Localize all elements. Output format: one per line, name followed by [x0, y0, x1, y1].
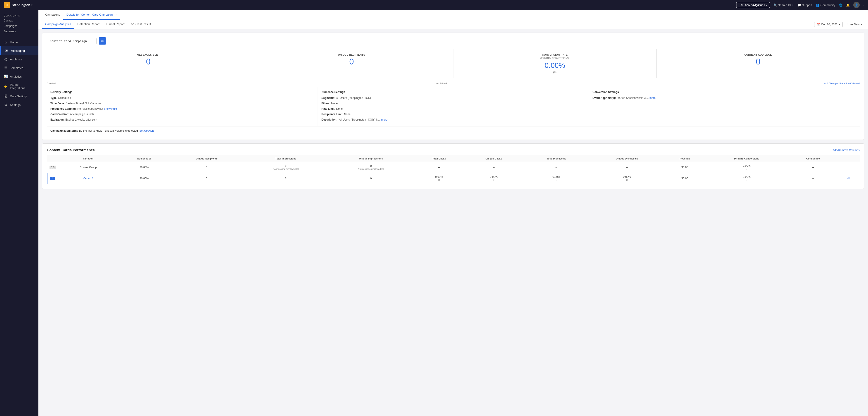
date-chevron-icon: ▾	[839, 23, 840, 26]
audience-rate-limit: Rate Limit: None	[321, 107, 585, 111]
sidebar: QUICK LINKS Canvas Campaigns Segments ⌂ …	[0, 10, 38, 416]
search-button[interactable]: 🔍 Search ⌘ K	[774, 3, 794, 7]
table-row: A Variant 1 80.00% 0 0 0 0.00% 0	[47, 173, 860, 184]
info-icon: i	[296, 168, 299, 170]
tab-details[interactable]: Details for 'Content Card Campaign' ✕	[63, 10, 120, 20]
sub-tabs-left: Campaign Analytics Retention Report Funn…	[42, 20, 154, 29]
revenue-cell-a: $0.00	[664, 173, 706, 184]
meta-row: Created: - Last Edited: ≡ 0 Changes Sinc…	[47, 80, 860, 85]
action-cell-a: 👁	[838, 173, 860, 184]
community-button[interactable]: 👥 Community	[816, 3, 835, 7]
sub-tab-funnel-report[interactable]: Funnel Report	[103, 20, 127, 29]
audience-recipients-limit: Recipients Limit: None	[321, 112, 585, 116]
sidebar-item-audience[interactable]: ◎ Audience	[0, 55, 38, 64]
revenue-cell: $0.00	[664, 162, 706, 173]
col-header-primary-conversions: Primary Conversions	[706, 155, 788, 162]
audience-filters: Filters: None	[321, 101, 585, 106]
notifications-button[interactable]: 🔔	[846, 3, 850, 7]
data-settings-icon: 🗄	[4, 94, 8, 98]
total-clicks-cell: --	[413, 162, 465, 173]
cg-badge-cell: CG	[47, 162, 58, 173]
support-button[interactable]: 💬 Support	[798, 3, 812, 7]
nav-left: ⊞ Steppington ▾	[4, 2, 32, 8]
total-dismissals-cell: --	[523, 162, 590, 173]
col-header-actions	[838, 155, 860, 162]
unique-recipients-cell-a: 0	[170, 173, 243, 184]
templates-icon: ☰	[4, 66, 8, 70]
avatar[interactable]: 👤	[853, 2, 860, 8]
sub-tab-campaign-analytics[interactable]: Campaign Analytics	[42, 20, 74, 29]
metric-conversion-rate: CONVERSION RATE (PRIMARY CONVERSIONS) 0.…	[454, 49, 657, 78]
community-icon: 👥	[816, 3, 819, 7]
audience-icon: ◎	[4, 57, 8, 61]
unique-dismissals-cell: --	[590, 162, 664, 173]
sub-tabs-right: 📅 Dec 20, 2023 ▾ User Data ▾	[814, 22, 864, 27]
col-header-empty	[47, 155, 58, 162]
sidebar-item-analytics[interactable]: 📊 Analytics	[0, 72, 38, 81]
action-cell	[838, 162, 860, 173]
brand-chevron-icon: ▾	[31, 4, 32, 6]
brand-name[interactable]: Steppington ▾	[12, 3, 32, 7]
variant-link[interactable]: Variant 1	[83, 177, 93, 180]
app-body: QUICK LINKS Canvas Campaigns Segments ⌂ …	[0, 10, 868, 416]
sub-tab-retention-report[interactable]: Retention Report	[74, 20, 103, 29]
delivery-frequency: Frequency Capping: No rules currently se…	[51, 107, 314, 111]
sidebar-item-settings[interactable]: ⚙ Settings	[0, 100, 38, 109]
table-row: CG Control Group 20.00% 0 0 No message d…	[47, 162, 860, 173]
changes-link[interactable]: ≡ 0 Changes Since Last Viewed	[824, 82, 860, 85]
metric-current-audience: CURRENT AUDIENCE 0	[657, 49, 860, 78]
metrics-row: MESSAGES SENT 0 UNIQUE RECIPIENTS 0 CONV…	[47, 49, 860, 78]
tab-close-icon[interactable]: ✕	[115, 13, 117, 16]
sidebar-item-data-settings[interactable]: 🗄 Data Settings	[0, 92, 38, 100]
conversion-more-link[interactable]: more	[649, 96, 655, 99]
globe-icon: 🌐	[839, 3, 842, 7]
globe-button[interactable]: 🌐	[839, 3, 842, 7]
date-filter[interactable]: 📅 Dec 20, 2023 ▾	[814, 22, 843, 27]
show-rule-link[interactable]: Show Rule	[104, 107, 117, 110]
campaign-name-input[interactable]	[47, 38, 96, 44]
sidebar-item-templates[interactable]: ☰ Templates	[0, 64, 38, 72]
delivery-expiration: Expiration: Expires 1 weeks after sent	[51, 118, 314, 122]
tabs-bar: Campaigns Details for 'Content Card Camp…	[38, 10, 868, 20]
support-icon: 💬	[798, 3, 801, 7]
col-header-unique-recipients: Unique Recipients	[170, 155, 243, 162]
primary-conversions-cell-a: 0.00% 0	[706, 173, 788, 184]
sidebar-item-home[interactable]: ⌂ Home	[0, 38, 38, 47]
data-filter[interactable]: User Data ▾	[845, 22, 864, 27]
quick-link-canvas[interactable]: Canvas	[0, 18, 38, 23]
col-header-total-dismissals: Total Dismissals	[523, 155, 590, 162]
audience-more-link[interactable]: more	[381, 118, 388, 121]
set-up-alert-link[interactable]: Set Up Alert	[139, 129, 154, 132]
col-header-unique-impressions: Unique Impressions	[329, 155, 414, 162]
delivery-card-creation: Card Creation: At campaign launch	[51, 112, 314, 116]
messaging-icon: ✉	[4, 49, 8, 53]
sidebar-item-partner-integrations[interactable]: ⚡ Partner Integrations	[0, 81, 38, 92]
changes-icon: ≡	[824, 82, 826, 85]
add-columns-button[interactable]: + Add/Remove Columns	[830, 149, 860, 152]
performance-table: Variation Audience % Unique Recipients T…	[47, 155, 860, 184]
data-filter-chevron-icon: ▾	[861, 23, 862, 26]
col-header-variation: Variation	[58, 155, 118, 162]
quick-link-segments[interactable]: Segments	[0, 29, 38, 34]
avatar-chevron-icon: ▾	[863, 4, 864, 6]
info-icon-2: i	[381, 168, 384, 170]
tour-button[interactable]: Tour new navigation ▾	[736, 2, 770, 8]
bell-icon: 🔔	[846, 3, 850, 7]
sidebar-item-messaging[interactable]: ✉ Messaging	[0, 47, 38, 55]
delivery-type: Type: Scheduled	[51, 96, 314, 100]
preview-button[interactable]: 👁	[847, 177, 850, 180]
last-edited-label: Last Edited:	[434, 82, 447, 85]
performance-card: Content Cards Performance + Add/Remove C…	[42, 143, 864, 189]
copy-button[interactable]: ⧉	[99, 37, 106, 44]
sub-tab-ab-test[interactable]: A/B Test Result	[128, 20, 154, 29]
unique-impressions-cell: 0 No message displayed i	[329, 162, 414, 173]
tab-campaigns[interactable]: Campaigns	[42, 10, 63, 20]
quick-link-campaigns[interactable]: Campaigns	[0, 23, 38, 29]
unique-clicks-cell: --	[465, 162, 523, 173]
nav-right: Tour new navigation ▾ 🔍 Search ⌘ K 💬 Sup…	[736, 2, 864, 8]
page-content: ⧉ MESSAGES SENT 0 UNIQUE RECIPIENTS 0 CO…	[38, 29, 868, 416]
campaign-title-row: ⧉	[47, 37, 860, 44]
total-dismissals-cell-a: 0.00% 0	[523, 173, 590, 184]
settings-section: Delivery Settings Type: Scheduled Time Z…	[47, 87, 860, 126]
app-logo: ⊞	[4, 2, 10, 8]
